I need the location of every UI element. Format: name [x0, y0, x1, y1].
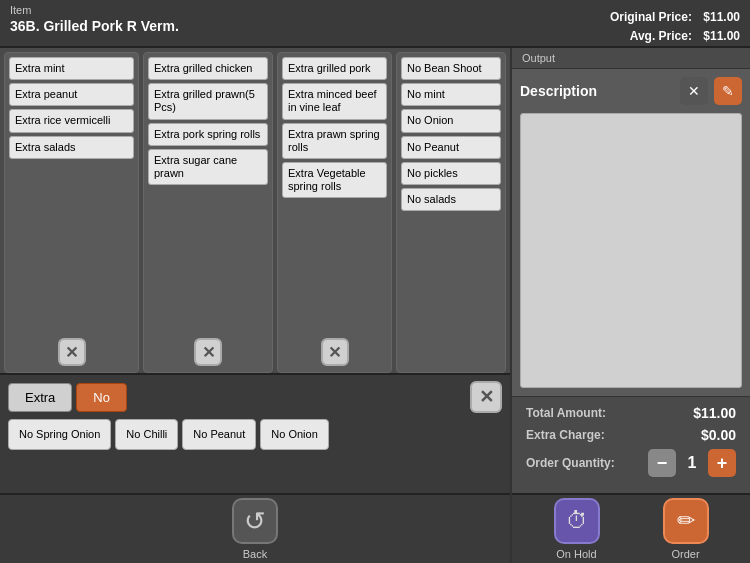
no-peanut-mod-button[interactable]: No Peanut — [182, 419, 256, 450]
no-mint-button[interactable]: No mint — [401, 83, 501, 106]
extra-grilled-chicken-button[interactable]: Extra grilled chicken — [148, 57, 268, 80]
action-bar-right: ⏱ On Hold ✏ Order — [512, 493, 750, 563]
column-3: Extra grilled pork Extra minced beef in … — [277, 52, 392, 373]
col3-x-icon: ✕ — [328, 343, 341, 362]
no-spring-onion-button[interactable]: No Spring Onion — [8, 419, 111, 450]
no-peanut-button[interactable]: No Peanut — [401, 136, 501, 159]
desc-close-button[interactable]: ✕ — [680, 77, 708, 105]
item-tag: Item — [10, 4, 31, 16]
extra-mint-button[interactable]: Extra mint — [9, 57, 134, 80]
no-bean-shoot-button[interactable]: No Bean Shoot — [401, 57, 501, 80]
extra-tab[interactable]: Extra — [8, 383, 72, 412]
total-amount-label: Total Amount: — [526, 406, 606, 420]
original-price-label: Original Price: — [610, 10, 692, 24]
back-button[interactable]: ↺ Back — [220, 498, 290, 560]
price-info: Original Price: $11.00 Avg. Price: $11.0… — [602, 8, 740, 46]
on-hold-icon: ⏱ — [554, 498, 600, 544]
output-label: Output — [522, 52, 555, 64]
extra-salads-button[interactable]: Extra salads — [9, 136, 134, 159]
extra-vegetable-spring-rolls-button[interactable]: Extra Vegetable spring rolls — [282, 162, 387, 198]
tab-row: Extra No ✕ — [8, 381, 502, 413]
no-chilli-button[interactable]: No Chilli — [115, 419, 178, 450]
extra-pork-spring-rolls-button[interactable]: Extra pork spring rolls — [148, 123, 268, 146]
close-strip-icon: ✕ — [479, 386, 494, 408]
order-icon: ✏ — [663, 498, 709, 544]
no-pickles-button[interactable]: No pickles — [401, 162, 501, 185]
extra-rice-vermicelli-button[interactable]: Extra rice vermicelli — [9, 109, 134, 132]
extra-grilled-pork-button[interactable]: Extra grilled pork — [282, 57, 387, 80]
on-hold-button[interactable]: ⏱ On Hold — [542, 498, 612, 560]
col1-x-icon: ✕ — [65, 343, 78, 362]
extra-minced-beef-button[interactable]: Extra minced beef in vine leaf — [282, 83, 387, 119]
modifier-row: No Spring Onion No Chilli No Peanut No O… — [8, 419, 502, 450]
extra-charge-label: Extra Charge: — [526, 428, 605, 442]
order-quantity-label: Order Quantity: — [526, 456, 615, 470]
extra-charge-value: $0.00 — [701, 427, 736, 443]
no-salads-button[interactable]: No salads — [401, 188, 501, 211]
extra-charge-row: Extra Charge: $0.00 — [526, 427, 736, 443]
back-label: Back — [243, 548, 267, 560]
back-icon: ↺ — [232, 498, 278, 544]
close-strip-button[interactable]: ✕ — [470, 381, 502, 413]
quantity-decrease-button[interactable]: − — [648, 449, 676, 477]
desc-edit-icon: ✎ — [722, 83, 734, 99]
right-panel: Output Description ✕ ✎ Total Amount: $11… — [510, 48, 750, 563]
no-onion-mod-button[interactable]: No Onion — [260, 419, 328, 450]
col3-delete-button[interactable]: ✕ — [321, 338, 349, 366]
avg-price-label: Avg. Price: — [630, 29, 692, 43]
col1-delete-button[interactable]: ✕ — [58, 338, 86, 366]
no-onion-button[interactable]: No Onion — [401, 109, 501, 132]
desc-close-icon: ✕ — [688, 83, 700, 99]
quantity-controls: − 1 + — [648, 449, 736, 477]
order-quantity-row: Order Quantity: − 1 + — [526, 449, 736, 477]
action-bar-left: ↺ Back — [0, 493, 510, 563]
order-label: Order — [671, 548, 699, 560]
total-amount-row: Total Amount: $11.00 — [526, 405, 736, 421]
desc-edit-button[interactable]: ✎ — [714, 77, 742, 105]
order-button[interactable]: ✏ Order — [651, 498, 721, 560]
output-header: Output — [512, 48, 750, 69]
column-4: No Bean Shoot No mint No Onion No Peanut… — [396, 52, 506, 373]
extra-prawn-spring-rolls-button[interactable]: Extra prawn spring rolls — [282, 123, 387, 159]
totals-area: Total Amount: $11.00 Extra Charge: $0.00… — [512, 396, 750, 493]
column-2: Extra grilled chicken Extra grilled praw… — [143, 52, 273, 373]
extra-sugar-cane-prawn-button[interactable]: Extra sugar cane prawn — [148, 149, 268, 185]
item-name: 36B. Grilled Pork R Verm. — [10, 18, 179, 34]
no-tab[interactable]: No — [76, 383, 127, 412]
column-1: Extra mint Extra peanut Extra rice vermi… — [4, 52, 139, 373]
on-hold-label: On Hold — [556, 548, 596, 560]
bottom-strip: Extra No ✕ No Spring Onion No Chilli No … — [0, 373, 510, 493]
quantity-value: 1 — [682, 454, 702, 472]
col2-x-icon: ✕ — [202, 343, 215, 362]
description-input[interactable] — [520, 113, 742, 388]
total-amount-value: $11.00 — [693, 405, 736, 421]
extra-grilled-prawn-button[interactable]: Extra grilled prawn(5 Pcs) — [148, 83, 268, 119]
description-area: Description ✕ ✎ — [512, 69, 750, 396]
description-label: Description — [520, 83, 674, 99]
avg-price-value: $11.00 — [703, 29, 740, 43]
extra-peanut-button[interactable]: Extra peanut — [9, 83, 134, 106]
original-price-value: $11.00 — [703, 10, 740, 24]
col2-delete-button[interactable]: ✕ — [194, 338, 222, 366]
quantity-increase-button[interactable]: + — [708, 449, 736, 477]
